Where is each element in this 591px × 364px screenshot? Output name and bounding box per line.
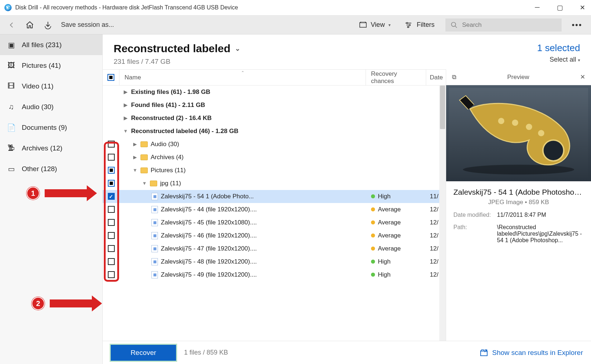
scrollbar-thumb[interactable] (440, 86, 445, 129)
preview-date-value: 11/7/2011 8:47 PM (497, 212, 584, 218)
sidebar-item-video[interactable]: 🎞 Video (11) (0, 76, 102, 96)
sidebar-item-other[interactable]: ▭ Other (128) (0, 158, 102, 179)
file-row[interactable]: ▦Zalevskij75 - 47 (file 1920x1200)....Av… (103, 242, 446, 255)
file-name: Zalevskij75 - 54 1 (Adobe Photo... (161, 193, 254, 200)
column-name[interactable]: ⌃ Name (119, 70, 366, 85)
show-in-explorer-link[interactable]: Show scan results in Explorer (480, 349, 583, 357)
chance-label: Average (378, 245, 401, 252)
search-box[interactable] (445, 18, 562, 32)
column-date[interactable]: Date (426, 70, 446, 85)
close-button[interactable]: ✕ (578, 4, 587, 12)
file-name: Zalevskij75 - 46 (file 1920x1200).... (161, 232, 257, 239)
group-row[interactable]: ▶Existing files (61) - 1.98 GB (103, 86, 446, 99)
file-row[interactable]: ▦Zalevskij75 - 44 (file 1920x1200)....Av… (103, 203, 446, 216)
caret-down-icon: ▼ (123, 128, 128, 134)
table-body: ▶Existing files (61) - 1.98 GB ▶Found fi… (103, 86, 446, 341)
page-title[interactable]: Reconstructed labeled ⌄ (114, 42, 240, 55)
sidebar-item-label: All files (231) (22, 41, 62, 49)
more-button[interactable]: ••• (570, 20, 584, 30)
footer-summary: 1 files / 859 KB (184, 349, 228, 356)
selection-count: 1 selected (537, 42, 580, 54)
file-icon: ▦ (151, 193, 158, 200)
caret-right-icon: ▶ (123, 89, 128, 95)
sidebar: ▣ All files (231) 🖼 Pictures (41) 🎞 Vide… (0, 34, 103, 364)
maximize-button[interactable]: ▢ (555, 4, 564, 12)
file-icon: ▦ (151, 206, 158, 213)
minimize-button[interactable]: ─ (533, 4, 542, 12)
recover-button[interactable]: Recover (111, 345, 176, 361)
svg-point-1 (406, 22, 408, 24)
caret-down-icon: ▼ (133, 167, 138, 173)
svg-point-10 (538, 130, 544, 136)
svg-point-8 (512, 120, 518, 126)
stack-icon: ▣ (7, 41, 15, 49)
folder-icon (140, 167, 148, 173)
preview-filetype: JPEG Image • 859 KB (453, 199, 584, 206)
sidebar-item-pictures[interactable]: 🖼 Pictures (41) (0, 55, 102, 76)
column-recovery[interactable]: Recovery chances (366, 70, 426, 85)
file-name: Zalevskij75 - 44 (file 1920x1200).... (161, 206, 257, 213)
folder-row[interactable]: ▼Pictures (11) (103, 164, 446, 177)
file-row[interactable]: ▦Zalevskij75 - 45 (file 1920x1080)....Av… (103, 216, 446, 229)
sidebar-item-documents[interactable]: 📄 Documents (9) (0, 117, 102, 138)
table-header: ⌃ Name Recovery chances Date (103, 70, 446, 86)
file-row[interactable]: ▦Zalevskij75 - 46 (file 1920x1200)....Av… (103, 229, 446, 242)
folder-row[interactable]: ▶Audio (30) (103, 138, 446, 151)
open-external-icon[interactable]: ⧉ (452, 74, 456, 81)
svg-rect-12 (481, 351, 487, 356)
file-row[interactable]: ▦Zalevskij75 - 48 (file 1920x1200)....Hi… (103, 255, 446, 268)
group-row[interactable]: ▶Reconstructed (2) - 16.4 KB (103, 112, 446, 125)
chance-dot (371, 273, 375, 277)
chevron-down-icon: ▾ (388, 22, 391, 28)
file-name: Zalevskij75 - 49 (file 1920x1200).... (161, 271, 257, 278)
sidebar-item-label: Other (128) (22, 165, 57, 173)
sidebar-item-audio[interactable]: ♫ Audio (30) (0, 96, 102, 117)
folder-row[interactable]: ▼jpg (11) (103, 177, 446, 190)
group-row[interactable]: ▼Reconstructed labeled (46) - 1.28 GB (103, 125, 446, 138)
sidebar-item-label: Archives (12) (22, 144, 62, 152)
home-button[interactable] (25, 20, 35, 30)
search-icon (451, 21, 458, 29)
svg-point-6 (543, 140, 564, 161)
explorer-icon (480, 349, 488, 356)
search-input[interactable] (462, 21, 557, 29)
file-row[interactable]: ▦Zalevskij75 - 54 1 (Adobe Photo...High1… (103, 190, 446, 203)
group-row[interactable]: ▶Found files (41) - 2.11 GB (103, 99, 446, 112)
filters-button[interactable]: Filters (402, 21, 437, 29)
footer: Recover 1 files / 859 KB Show scan resul… (103, 341, 591, 364)
chevron-down-icon: ⌄ (235, 45, 240, 53)
chance-label: High (378, 193, 391, 200)
back-button[interactable] (7, 20, 17, 30)
view-dropdown[interactable]: View ▾ (356, 21, 394, 29)
file-icon: ▦ (151, 258, 158, 265)
chance-dot (371, 247, 375, 251)
folder-row[interactable]: ▶Archives (4) (103, 151, 446, 164)
page-subtitle: 231 files / 7.47 GB (114, 58, 240, 66)
folder-icon (150, 181, 157, 186)
caret-right-icon: ▶ (123, 115, 128, 121)
file-icon: ▦ (151, 245, 158, 252)
sidebar-item-label: Documents (9) (22, 124, 67, 132)
filters-label: Filters (417, 21, 435, 29)
sidebar-item-archives[interactable]: 🗜 Archives (12) (0, 138, 102, 158)
select-all-button[interactable]: Select all ▾ (537, 56, 580, 63)
chance-label: High (378, 271, 391, 278)
folder-icon (140, 141, 148, 147)
chance-dot (371, 194, 375, 198)
view-label: View (371, 21, 385, 29)
vertical-scrollbar[interactable] (439, 86, 446, 341)
close-preview-icon[interactable]: ✕ (580, 73, 585, 81)
file-name: Zalevskij75 - 47 (file 1920x1200).... (161, 245, 257, 252)
svg-rect-0 (360, 22, 366, 27)
save-session-button[interactable]: Save session as... (61, 21, 114, 29)
download-icon[interactable] (43, 20, 53, 30)
archive-icon: 🗜 (7, 144, 15, 152)
app-icon: 🧊 (4, 4, 12, 11)
content: Reconstructed labeled ⌄ 231 files / 7.47… (103, 34, 591, 364)
header-checkbox[interactable] (103, 70, 119, 85)
svg-point-7 (498, 118, 504, 124)
sidebar-item-all-files[interactable]: ▣ All files (231) (0, 34, 102, 55)
file-row[interactable]: ▦Zalevskij75 - 49 (file 1920x1200)....Hi… (103, 268, 446, 281)
svg-point-9 (526, 124, 532, 130)
page-title-text: Reconstructed labeled (114, 42, 231, 55)
